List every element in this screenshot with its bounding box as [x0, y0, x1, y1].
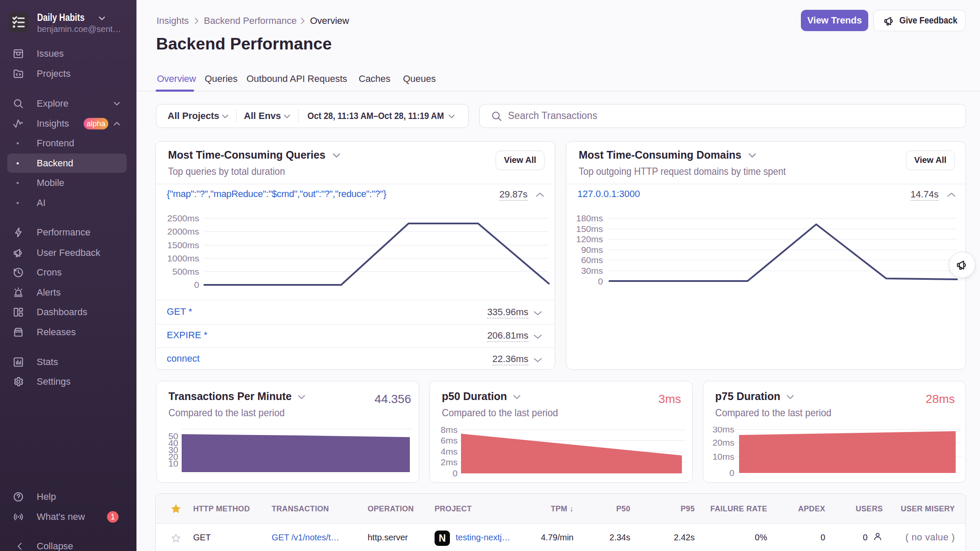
svg-text:0: 0 [598, 276, 603, 286]
svg-text:60ms: 60ms [581, 255, 603, 265]
svg-text:180ms: 180ms [576, 213, 603, 223]
svg-text:2500ms: 2500ms [167, 213, 199, 223]
svg-text:90ms: 90ms [581, 245, 603, 255]
svg-text:2ms: 2ms [441, 457, 458, 467]
svg-text:30ms: 30ms [581, 266, 603, 276]
svg-text:8ms: 8ms [441, 427, 458, 435]
svg-text:1000ms: 1000ms [167, 253, 199, 263]
svg-text:0: 0 [729, 468, 734, 478]
svg-text:0: 0 [452, 468, 458, 478]
svg-text:30ms: 30ms [713, 427, 734, 434]
svg-text:N: N [439, 533, 446, 544]
svg-text:500ms: 500ms [172, 267, 199, 276]
svg-text:0: 0 [194, 280, 199, 290]
svg-text:10: 10 [168, 458, 178, 468]
svg-text:2000ms: 2000ms [167, 226, 199, 236]
svg-text:6ms: 6ms [441, 435, 458, 445]
svg-text:20ms: 20ms [713, 438, 734, 447]
svg-text:1500ms: 1500ms [167, 240, 199, 250]
svg-text:10ms: 10ms [713, 452, 734, 461]
svg-text:4ms: 4ms [441, 447, 458, 456]
svg-text:120ms: 120ms [576, 234, 603, 244]
svg-text:150ms: 150ms [576, 224, 603, 234]
